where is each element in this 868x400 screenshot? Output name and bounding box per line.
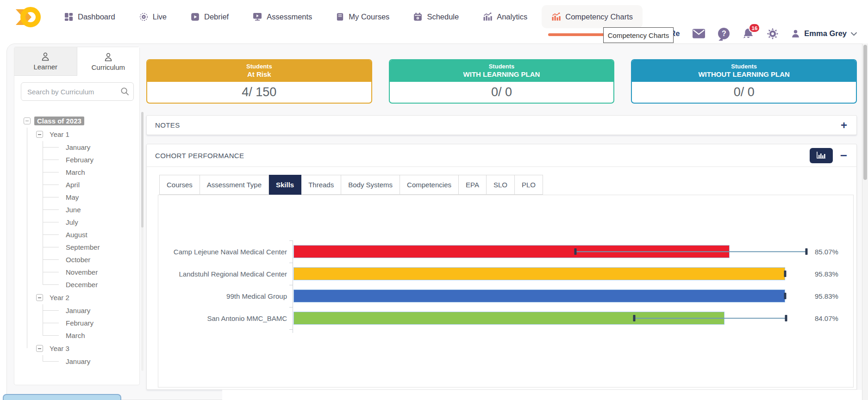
tree-label[interactable]: June [63, 205, 84, 214]
tree-label[interactable]: April [63, 180, 82, 189]
main-scrollbar-thumb[interactable] [863, 45, 867, 180]
assessments-icon [253, 12, 262, 21]
nav-item-analytics[interactable]: Analytics [473, 5, 537, 28]
stat-card-line1: Students [489, 63, 515, 70]
tree-label[interactable]: February [63, 319, 96, 327]
help-icon[interactable]: ? [718, 28, 730, 39]
tree-label[interactable]: January [63, 357, 93, 366]
tree-label[interactable]: September [63, 243, 102, 252]
main-nav: DashboardLiveDebriefAssessmentsMy Course… [55, 4, 643, 30]
tree-label[interactable]: November [63, 268, 100, 277]
stat-card-without-learning-plan[interactable]: StudentsWITHOUT LEARNING PLAN0/ 0 [631, 59, 857, 104]
debrief-icon [191, 12, 200, 21]
user-name: Emma Grey [804, 29, 847, 38]
tree-label[interactable]: October [63, 255, 93, 264]
whisker-tick [784, 293, 786, 299]
tree-node-march: March [52, 329, 133, 342]
bar-chart: Camp Lejeune Naval Medical Center85.07%L… [158, 195, 854, 388]
stat-card-value: 0/ 0 [632, 82, 856, 103]
chart-tab-body-systems[interactable]: Body Systems [341, 175, 400, 195]
curriculum-search [21, 82, 134, 101]
tree-label[interactable]: Year 2 [47, 293, 72, 302]
stat-cards-row: StudentsAt Risk4/ 150StudentsWITH LEARNI… [146, 59, 857, 104]
tree-label[interactable]: July [63, 218, 81, 227]
chart-tab-threads[interactable]: Threads [301, 175, 341, 195]
nav-item-debrief[interactable]: Debrief [181, 6, 238, 28]
bar-chart-icon [816, 151, 826, 160]
tree-label[interactable]: May [63, 193, 81, 202]
nav-item-assessments[interactable]: Assessments [243, 5, 322, 28]
nav-item-dashboard[interactable]: Dashboard [55, 6, 125, 28]
notes-panel: NOTES + [146, 115, 857, 135]
stat-card-at-risk[interactable]: StudentsAt Risk4/ 150 [146, 59, 372, 104]
whisker-tick [574, 248, 576, 255]
tree-node-january: January [52, 355, 133, 368]
tree-node-class-of-2023: Class of 2023 [24, 114, 133, 128]
search-icon [120, 87, 129, 98]
tree-collapse-icon[interactable] [36, 294, 43, 301]
bar-landstuhl-regional-medical-center[interactable] [293, 267, 785, 280]
bar-value-label: 84.07% [815, 314, 838, 322]
chart-type-button[interactable] [810, 148, 833, 163]
schedule-icon [413, 12, 422, 21]
tree-collapse-icon[interactable] [36, 131, 43, 138]
tree-node-year-3: Year 3 [36, 342, 133, 355]
whisker-tick [633, 315, 636, 321]
tree-label[interactable]: August [63, 230, 90, 239]
tree-label[interactable]: Class of 2023 [34, 117, 84, 125]
competency-charts-icon [551, 12, 561, 21]
axis-tick [289, 307, 293, 308]
chart-tab-plo[interactable]: PLO [515, 175, 543, 195]
bar-99th-medical-group[interactable] [293, 289, 785, 302]
chart-tab-skills[interactable]: Skills [269, 175, 301, 195]
tree-label[interactable]: March [63, 331, 88, 340]
tree-collapse-icon[interactable] [24, 117, 31, 124]
app-logo[interactable] [17, 6, 40, 29]
tree-node-february: February [52, 317, 133, 329]
chart-tab-competencies[interactable]: Competencies [400, 175, 459, 195]
tree-label[interactable]: February [63, 155, 96, 164]
tree-label[interactable]: January [63, 306, 93, 315]
user-menu[interactable]: Emma Grey [791, 29, 857, 38]
notifications-bell-icon[interactable]: 16 [743, 28, 754, 39]
stat-card-with-learning-plan[interactable]: StudentsWITH LEARNING PLAN0/ 0 [389, 59, 615, 104]
sidebar-tab-curriculum[interactable]: Curriculum [77, 47, 140, 76]
tree-collapse-icon[interactable] [36, 345, 43, 352]
mail-icon[interactable] [693, 29, 705, 38]
chart-axis [293, 240, 293, 333]
chart-tabs: CoursesAssessment TypeSkillsThreadsBody … [159, 175, 543, 195]
logo-ring-icon [20, 7, 41, 27]
chart-tab-assessment-type[interactable]: Assessment Type [200, 175, 269, 195]
nav-item-label: My Courses [349, 12, 389, 21]
tree-node-january: January [52, 141, 133, 154]
tree-label[interactable]: Year 1 [47, 130, 72, 139]
tree-node-june: June [52, 203, 133, 216]
tree-label[interactable]: December [63, 280, 100, 289]
search-input[interactable] [21, 82, 134, 101]
nav-item-label: Analytics [497, 12, 527, 21]
tree-node-february: February [52, 154, 133, 166]
tree-label[interactable]: Year 3 [47, 344, 72, 353]
tree-label[interactable]: January [63, 143, 93, 152]
notes-add-button[interactable]: + [841, 120, 847, 131]
axis-tick [289, 285, 293, 285]
tree-node-september: September [52, 241, 133, 253]
sidebar-tab-label: Curriculum [91, 63, 125, 71]
tree-label[interactable]: March [63, 168, 88, 177]
sidebar-scrollbar[interactable] [141, 112, 144, 371]
nav-item-label: Assessments [267, 12, 312, 21]
nav-item-label: Dashboard [78, 12, 115, 21]
main-scrollbar[interactable] [862, 43, 868, 400]
chart-tab-epa[interactable]: EPA [459, 175, 487, 195]
stat-card-line2: At Risk [247, 70, 271, 79]
stat-card-line2: WITH LEARNING PLAN [463, 70, 540, 79]
nav-item-my-courses[interactable]: My Courses [326, 6, 399, 28]
nav-item-live[interactable]: Live [130, 6, 176, 28]
tree-node-april: April [52, 178, 133, 191]
sidebar-tab-learner[interactable]: Learner [14, 47, 77, 76]
settings-gear-icon[interactable] [767, 28, 778, 39]
nav-item-schedule[interactable]: Schedule [404, 6, 468, 28]
chart-tab-slo[interactable]: SLO [487, 175, 515, 195]
nav-item-competency-charts[interactable]: Competency Charts [542, 5, 643, 28]
chart-tab-courses[interactable]: Courses [159, 175, 200, 195]
